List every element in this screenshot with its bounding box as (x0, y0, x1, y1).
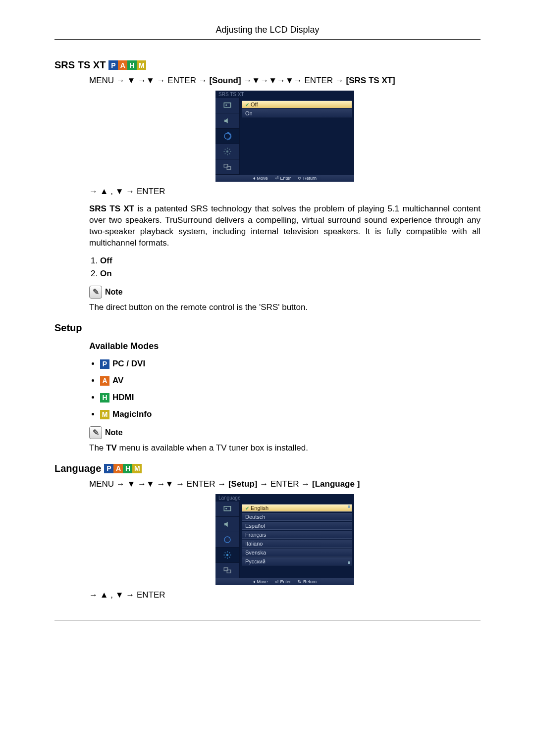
heading-text: SRS TS XT (54, 59, 106, 71)
badge-pc-icon: P (100, 359, 109, 369)
note-text: The direct button on the remote control … (89, 302, 481, 312)
osd-tab-setup-icon (215, 129, 239, 144)
osd-option-label: Español (245, 523, 265, 529)
osd-tab-sound-icon (215, 113, 239, 129)
badge-pc-icon: P (104, 464, 113, 473)
osd-tab-gear-icon (215, 548, 239, 563)
note-label: Note (105, 288, 123, 297)
mode-label: PC / DVI (112, 359, 145, 368)
osd-option-english: ✔English (242, 504, 352, 512)
heading-srs-ts-xt: SRS TS XT P A H M (54, 59, 481, 71)
nav-path-enter: → ▲ , ▼ → ENTER (89, 187, 481, 197)
osd-tab-sound-icon (215, 517, 239, 532)
svg-point-7 (225, 508, 227, 509)
mode-item-av: AAV (100, 376, 481, 386)
osd-option-label: Italiano (245, 541, 263, 547)
osd-screenshot-srs: SRS TS XT ✔Off On ♦ Move ⏎ Enter ↻ Retur… (215, 91, 354, 182)
osd-footer-enter: ⏎ Enter (275, 176, 291, 181)
badge-av-icon: A (118, 60, 127, 70)
nav-path-language: MENU → ▼ →▼ →▼ → ENTER → [Setup] → ENTER… (89, 479, 481, 489)
badge-av-icon: A (100, 376, 109, 386)
osd-option-francais: Français (242, 531, 352, 539)
note-heading: ✎ Note (89, 426, 481, 439)
osd-option-espanol: Español (242, 522, 352, 530)
note-heading: ✎ Note (89, 286, 481, 299)
mode-label: HDMI (112, 393, 134, 402)
mode-item-hdmi: HHDMI (100, 393, 481, 403)
osd-footer-move: ♦ Move (253, 579, 268, 584)
mode-label: AV (112, 376, 123, 385)
option-list: Off On (89, 256, 481, 279)
osd-menu: ✔Off On (240, 98, 354, 175)
osd-option-label: Français (245, 532, 266, 538)
osd-footer: ♦ Move ⏎ Enter ↻ Return (215, 578, 354, 585)
footer-rule (54, 620, 481, 620)
source-badges: P A H M (108, 60, 146, 70)
osd-tab-globe-icon (215, 532, 239, 548)
nav-bold: [SRS TS XT] (346, 76, 395, 85)
note-icon: ✎ (89, 286, 102, 299)
desc-bold: SRS TS XT (89, 204, 134, 213)
osd-option-label: Русский (245, 558, 266, 564)
scroll-down-icon (348, 561, 350, 564)
heading-text: Setup (54, 322, 82, 334)
heading-language: Language P A H M (54, 463, 481, 474)
osd-option-italiano: Italiano (242, 540, 352, 548)
svg-rect-6 (224, 506, 231, 511)
mode-label: MagicInfo (112, 409, 152, 419)
osd-option-label: Off (251, 101, 258, 107)
svg-point-9 (226, 554, 229, 556)
osd-tab-picture-icon (215, 98, 239, 113)
osd-menu: ✔English Deutsch Español Français Italia… (240, 502, 354, 578)
option-on: On (100, 269, 481, 279)
subheading-available-modes: Available Modes (89, 341, 481, 352)
badge-magicinfo-icon: M (100, 410, 109, 419)
badge-pc-icon: P (108, 60, 118, 70)
heading-text: Language (54, 463, 101, 474)
badge-hdmi-icon: H (100, 393, 109, 403)
scroll-up-icon (348, 505, 350, 508)
svg-point-3 (226, 151, 229, 153)
osd-option-label: Svenska (245, 550, 266, 555)
heading-setup: Setup (54, 322, 481, 334)
osd-tab-multi-icon (215, 563, 239, 578)
nav-text: →▼→▼→▼→ ENTER → (241, 76, 346, 85)
osd-tab-picture-icon (215, 502, 239, 517)
badge-hdmi-icon: H (123, 464, 132, 473)
osd-option-label: English (251, 505, 268, 511)
badge-hdmi-icon: H (127, 60, 137, 70)
osd-footer-move: ♦ Move (253, 176, 268, 181)
osd-option-svenska: Svenska (242, 549, 352, 556)
osd-sidebar (215, 98, 240, 175)
osd-tab-gear-icon (215, 144, 239, 159)
check-icon: ✔ (245, 102, 249, 107)
badge-av-icon: A (113, 464, 123, 473)
note-icon: ✎ (89, 426, 102, 439)
nav-bold: [Setup] (228, 479, 258, 489)
osd-screenshot-language: Language ✔English Deutsch Español França… (215, 494, 354, 585)
osd-title: Language (215, 494, 354, 502)
srs-description: SRS TS XT is a patented SRS technology t… (89, 203, 481, 249)
osd-tab-multi-icon (215, 159, 239, 175)
badge-magicinfo-icon: M (132, 464, 142, 473)
osd-title: SRS TS XT (215, 91, 354, 98)
nav-text: MENU → ▼ →▼ → ENTER → (89, 76, 209, 85)
osd-footer-return: ↻ Return (298, 176, 317, 181)
osd-option-deutsch: Deutsch (242, 513, 352, 521)
nav-bold: [Language ] (312, 479, 360, 489)
note-label: Note (105, 428, 123, 437)
svg-point-2 (224, 133, 230, 139)
badge-magicinfo-icon: M (137, 60, 146, 70)
modes-list: PPC / DVI AAV HHDMI MMagicInfo (89, 359, 481, 419)
osd-option-off: ✔Off (242, 101, 352, 108)
option-off: Off (100, 256, 481, 266)
osd-footer: ♦ Move ⏎ Enter ↻ Return (215, 175, 354, 182)
note-text-tv: The TV menu is available when a TV tuner… (89, 443, 481, 453)
osd-footer-enter: ⏎ Enter (275, 579, 291, 584)
nav-path-enter: → ▲ , ▼ → ENTER (89, 590, 481, 600)
svg-point-8 (224, 537, 230, 543)
osd-footer-return: ↻ Return (298, 579, 317, 584)
osd-option-label: On (245, 110, 253, 116)
osd-sidebar (215, 502, 240, 578)
source-badges: P A H M (104, 464, 142, 473)
